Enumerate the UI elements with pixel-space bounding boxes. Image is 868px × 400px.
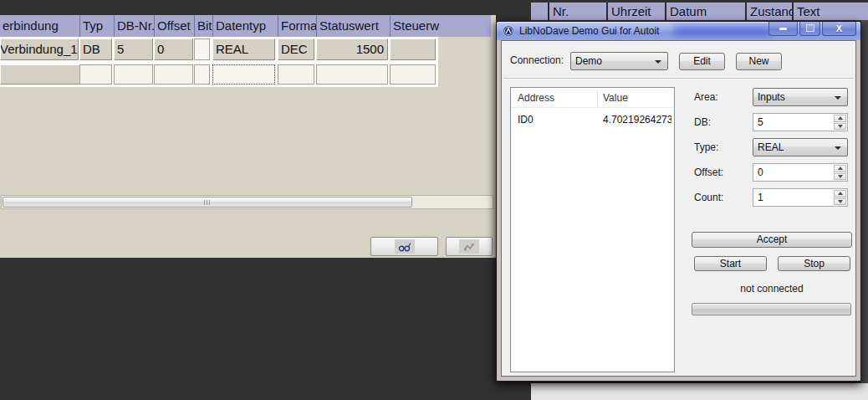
arrow-up-icon [838,167,843,170]
watch-row-address[interactable]: ID0 [518,114,593,126]
cell-verbindung-new[interactable] [0,64,80,85]
field-row-area: Area: Inputs [694,88,848,106]
col-header-db-nr[interactable]: DB-Nr. [114,15,154,37]
scrollbar-thumb[interactable] [3,197,412,208]
offset-stepper[interactable]: 0 [753,163,848,182]
offset-label: Offset: [694,167,723,178]
cell-statuswert-new[interactable] [316,64,388,85]
spin-down-button[interactable] [834,123,846,131]
col-header-nr[interactable]: Nr. [549,3,608,20]
spinner-buttons [833,189,847,206]
type-label: Type: [694,141,718,153]
maximize-icon [806,24,814,32]
col-header-text[interactable]: Text [794,3,868,20]
dialog-titlebar[interactable]: LibNoDave Demo Gui for Autoit X [497,22,860,40]
col-header-format[interactable]: Format [278,15,316,37]
col-header-verbindung[interactable]: erbindung [0,15,79,37]
count-value[interactable]: 1 [753,189,833,206]
db-stepper[interactable]: 5 [753,113,848,131]
background-window-strip [531,383,868,400]
start-button[interactable]: Start [694,256,767,271]
edit-button[interactable]: Edit [679,53,725,70]
cell-format[interactable]: DEC [278,38,314,60]
col-header-uhrzeit[interactable]: Uhrzeit [608,3,666,20]
arrow-down-icon [838,175,843,178]
cell-statuswert[interactable]: 1500 [316,38,388,60]
watch-row-value[interactable]: 4.70219264273... [603,114,671,126]
db-value[interactable]: 5 [753,114,833,131]
window-shadow [861,20,868,383]
listview-col-value[interactable]: Value [603,92,628,104]
listview-col-address[interactable]: Address [518,92,554,104]
arrow-up-icon [838,116,843,120]
count-stepper[interactable]: 1 [753,188,848,207]
col-header-steuerwert[interactable]: Steuerw [390,15,491,37]
cell-datentyp-new-focused[interactable] [212,64,275,85]
spin-up-button[interactable] [834,165,846,172]
area-selected-value: Inputs [758,91,785,103]
horizontal-scrollbar[interactable] [1,195,493,209]
spin-up-button[interactable] [834,190,846,197]
cell-offset[interactable]: 0 [154,38,193,60]
minimize-button[interactable] [768,22,798,36]
arrow-up-icon [838,192,843,195]
binoculars-icon [395,239,415,254]
spin-up-button[interactable] [834,115,846,122]
col-header-datum[interactable]: Datum [666,3,747,20]
zigzag-arrows-icon [459,239,479,254]
spinner-buttons [833,164,847,181]
type-selected-value: REAL [758,141,784,153]
window-controls: X [768,22,856,36]
column-separator[interactable] [597,90,598,105]
arrow-down-icon [838,125,843,128]
cell-datentyp[interactable]: REAL [212,38,275,60]
col-header-offset[interactable]: Offset [154,15,194,37]
new-button[interactable]: New [736,53,782,70]
status-grid-window: erbindung Typ DB-Nr. Offset Bit Datentyp… [0,15,496,258]
stop-button[interactable]: Stop [778,256,850,271]
spin-down-button[interactable] [834,173,846,181]
connection-select[interactable]: Demo [570,52,668,70]
col-header-zustand[interactable]: Zustand [747,3,794,20]
db-label: DB: [694,116,711,128]
area-label: Area: [694,91,718,103]
cell-offset-new[interactable] [154,64,193,85]
censored-text-blur [674,26,773,36]
close-button[interactable]: X [822,22,856,36]
offset-value[interactable]: 0 [753,164,833,181]
cell-typ[interactable]: DB [79,38,112,60]
chevron-down-icon [655,60,661,64]
cell-typ-new[interactable] [79,64,112,85]
col-header-statuswert[interactable]: Statuswert [316,15,390,37]
field-row-type: Type: REAL [694,138,848,156]
accept-button[interactable]: Accept [692,232,852,248]
spinner-buttons [833,114,847,131]
arrow-down-icon [838,200,843,203]
type-select[interactable]: REAL [753,138,848,156]
cell-bit-new[interactable] [194,64,210,85]
maximize-button[interactable] [799,22,820,36]
field-row-count: Count: 1 [694,188,848,207]
separator [503,78,854,79]
watch-listview[interactable]: Address Value ID0 4.70219264273... [510,87,675,372]
cell-db-nr[interactable]: 5 [114,38,153,60]
col-header-blank[interactable] [531,3,549,20]
cell-format-new[interactable] [278,64,314,85]
transfer-button[interactable] [446,237,493,256]
cell-bit[interactable] [194,38,210,60]
cell-db-nr-new[interactable] [114,64,153,85]
header-underline [511,107,674,108]
cell-steuerwert-new[interactable] [390,64,436,85]
spin-down-button[interactable] [834,198,846,206]
connection-status: not connected [692,283,852,295]
cell-verbindung[interactable]: Verbindung_1 [0,38,79,60]
col-header-typ[interactable]: Typ [79,15,114,37]
desktop: erbindung Typ DB-Nr. Offset Bit Datentyp… [0,0,868,400]
monitor-button[interactable] [370,237,438,256]
col-header-datentyp[interactable]: Datentyp [212,15,278,37]
libnodave-dialog: LibNoDave Demo Gui for Autoit X Connecti… [496,21,861,382]
area-select[interactable]: Inputs [753,88,848,106]
connection-label: Connection: [510,54,564,66]
col-header-bit[interactable]: Bit [194,15,212,37]
cell-steuerwert[interactable] [390,38,436,60]
